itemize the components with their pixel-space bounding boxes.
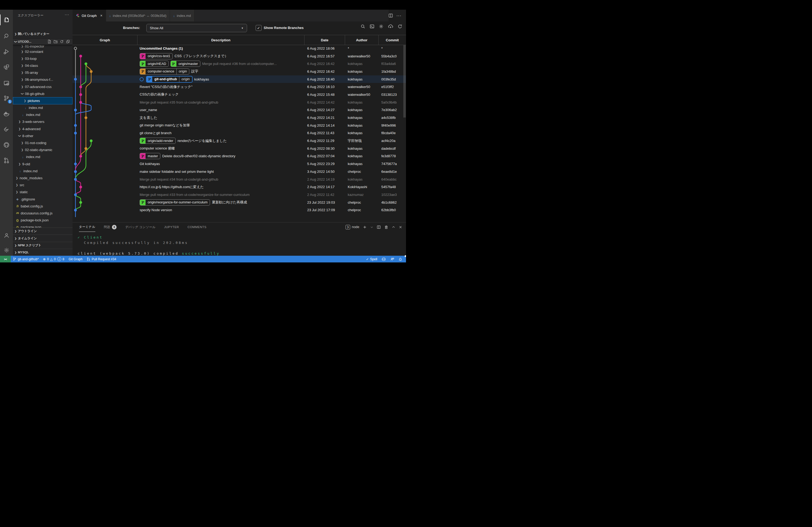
commit-dot-11[interactable] xyxy=(74,124,77,127)
column-header-author[interactable]: Author xyxy=(345,35,379,45)
table-scrollbar[interactable] xyxy=(403,45,406,118)
tree-item-docusaurus-config-js[interactable]: JSdocusaurus.config.js xyxy=(13,210,73,216)
branch-label-origin-head[interactable]: origin/HEAD xyxy=(140,61,169,67)
copilot-status-item[interactable] xyxy=(379,256,388,262)
tree-item-02-static-dynamic[interactable]: ❯02-static-dynamic xyxy=(13,147,73,153)
column-header-date[interactable]: Date xyxy=(305,35,345,45)
terminal-icon[interactable] xyxy=(370,24,374,29)
settings-gear-icon[interactable] xyxy=(379,24,383,29)
tree-item-01-not-coding[interactable]: ❯01-not-coding xyxy=(13,139,73,146)
editor-tab-0[interactable]: Git Graph× xyxy=(73,10,106,21)
notifications-status-item[interactable] xyxy=(396,256,406,262)
tree-item-static[interactable]: ❯static xyxy=(13,189,73,196)
split-editor-icon[interactable] xyxy=(389,13,393,18)
tree-item-08-git-github[interactable]: ❯08-git-github xyxy=(13,90,73,97)
column-header-graph[interactable]: Graph xyxy=(73,35,137,45)
tree-item-01-inspector[interactable]: ❯01-inspector xyxy=(13,45,73,48)
branch-status-item[interactable]: git-and-github* xyxy=(11,256,41,262)
panel-tab-3[interactable]: JUPYTER xyxy=(164,223,179,231)
commit-dot-6[interactable] xyxy=(79,86,82,88)
tree-item-02-constant[interactable]: ❯02-constant xyxy=(13,48,73,55)
commit-dot-12[interactable] xyxy=(74,132,77,134)
sidebar-section-2[interactable]: ❯NPM スクリプト xyxy=(13,242,73,249)
tree-item-index-md[interactable]: ↓index.md xyxy=(13,153,73,161)
tree-item-index-md[interactable]: ↓index.md xyxy=(13,104,73,111)
open-editors-section[interactable]: ❯ 開いているエディター xyxy=(13,31,73,37)
sidebar-section-1[interactable]: ❯タイムライン xyxy=(13,235,73,241)
commit-dot-20[interactable] xyxy=(74,193,77,196)
explorer-more-icon[interactable]: ··· xyxy=(65,12,69,17)
activity-bar-item-run-debug[interactable] xyxy=(0,45,13,58)
remote-indicator[interactable]: >< xyxy=(0,256,11,262)
more-actions-icon[interactable]: ··· xyxy=(396,14,402,18)
sidebar-section-0[interactable]: ❯アウトライン xyxy=(13,228,73,235)
column-header-commit[interactable]: Commit xyxy=(379,35,406,45)
maximize-panel-icon[interactable] xyxy=(392,225,395,229)
search-icon[interactable] xyxy=(361,24,365,29)
tree-item-node-modules[interactable]: ❯node_modules xyxy=(13,175,73,181)
branch-label-computer-science[interactable]: computer-scienceorigin xyxy=(140,69,189,75)
commit-dot-9[interactable] xyxy=(74,109,77,111)
column-header-description[interactable]: Description xyxy=(137,35,305,45)
commit-dot-14[interactable] xyxy=(85,147,87,150)
branch-label-git-and-github[interactable]: git-and-githuborigin xyxy=(146,76,192,82)
tree-item-9-old[interactable]: ❯9-old xyxy=(13,161,73,167)
activity-bar-item-docker[interactable] xyxy=(0,107,13,120)
project-section-header[interactable]: ❯ UTCOD... xyxy=(13,39,73,45)
new-folder-icon[interactable] xyxy=(54,40,57,44)
commit-dot-21[interactable] xyxy=(79,201,82,204)
commit-dot-13[interactable] xyxy=(90,139,92,142)
activity-bar-item-gitlens[interactable] xyxy=(0,123,13,136)
kill-terminal-icon[interactable] xyxy=(384,225,388,229)
activity-bar-item-search[interactable] xyxy=(0,30,13,42)
show-remote-branches-checkbox[interactable]: ✓ xyxy=(256,25,262,31)
refresh-icon[interactable] xyxy=(60,40,64,44)
pull-request-status-item[interactable]: Pull Request #34 xyxy=(85,256,118,262)
commit-dot-5[interactable] xyxy=(74,78,77,80)
activity-bar-item-github[interactable] xyxy=(0,138,13,151)
editor-tab-2[interactable]: ↓index.md xyxy=(170,10,194,21)
new-terminal-icon[interactable] xyxy=(363,225,367,229)
tree-item-05-array[interactable]: ❯05-array xyxy=(13,69,73,76)
tree-item-07-advanced-css[interactable]: ❯07-advanced-css xyxy=(13,83,73,90)
tree-item-3-web-servers[interactable]: ❯3-web-servers xyxy=(13,118,73,125)
tree-item--gitignore[interactable]: ◆.gitignore xyxy=(13,196,73,202)
commit-dot-18[interactable] xyxy=(74,178,77,181)
spell-checker-status-item[interactable]: ✓ Spell xyxy=(364,256,379,262)
tree-item-index-md[interactable]: ↓index.md xyxy=(13,111,73,118)
git-graph-status-item[interactable]: Git Graph xyxy=(66,256,85,262)
tree-item-04-class[interactable]: ❯04-class xyxy=(13,62,73,69)
commit-dot-22[interactable] xyxy=(74,209,77,211)
commit-dot-16[interactable] xyxy=(74,163,77,165)
panel-tab-1[interactable]: 問題8 xyxy=(104,223,117,231)
chevron-down-icon[interactable] xyxy=(370,226,373,229)
editor-tab-1[interactable]: ↓index.md (003fe35d^ ↔ 003fe35d) xyxy=(106,10,170,21)
cloud-download-icon[interactable] xyxy=(388,24,393,29)
tree-item-8-other[interactable]: ❯8-other xyxy=(13,132,73,139)
close-panel-icon[interactable] xyxy=(399,225,402,229)
branch-label-master[interactable]: master xyxy=(140,153,160,159)
tree-item-src[interactable]: ❯src xyxy=(13,182,73,189)
close-tab-icon[interactable]: × xyxy=(100,13,102,18)
commit-dot-8[interactable] xyxy=(79,101,82,104)
activity-bar-item-files[interactable] xyxy=(0,13,13,26)
commit-dot-7[interactable] xyxy=(79,93,82,96)
branches-dropdown[interactable]: Show All ▼ xyxy=(146,24,247,32)
branch-label-origin-master[interactable]: origin/master xyxy=(171,61,200,67)
tree-item-babel-config-js[interactable]: Bbabel.config.js xyxy=(13,202,73,210)
activity-bar-item-settings-gear[interactable] xyxy=(0,244,13,257)
refresh-icon[interactable] xyxy=(398,24,402,29)
commit-dot-2[interactable] xyxy=(79,55,82,57)
tree-item-4-advanced[interactable]: ❯4-advanced xyxy=(13,125,73,132)
panel-tab-0[interactable]: ターミナル xyxy=(79,223,95,232)
commit-dot-4[interactable] xyxy=(90,70,92,73)
activity-bar-item-account[interactable] xyxy=(0,229,13,242)
commit-dot-10[interactable] xyxy=(85,116,87,119)
commit-dot-3[interactable] xyxy=(85,62,87,65)
commit-dot-19[interactable] xyxy=(79,186,82,189)
tree-item-index-md[interactable]: ↓index.md xyxy=(13,167,73,175)
branch-label-origin-add-render[interactable]: origin/add-render xyxy=(140,138,176,144)
split-terminal-icon[interactable] xyxy=(377,225,381,229)
branch-label-origin-css-test1[interactable]: origin/css-test1 xyxy=(140,53,173,59)
branch-label-origin-reorganize-for-summer-curriculum[interactable]: origin/reorganize-for-summer-curriculum xyxy=(140,199,210,206)
